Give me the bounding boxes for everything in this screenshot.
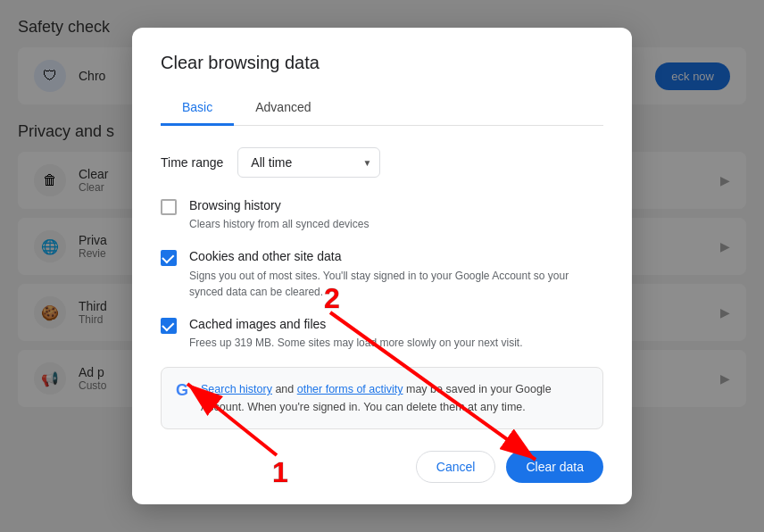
dialog-actions: Cancel Clear data (161, 451, 603, 483)
cached-text: Cached images and files Frees up 319 MB.… (189, 316, 522, 352)
google-g-letter: G (176, 381, 188, 400)
browsing-history-label: Browsing history (189, 197, 369, 215)
cached-checkbox[interactable] (161, 318, 177, 334)
clear-browsing-data-dialog: Clear browsing data Basic Advanced Time … (132, 28, 632, 505)
clear-data-button[interactable]: Clear data (506, 451, 603, 483)
cookies-sub: Signs you out of most sites. You'll stay… (189, 268, 603, 300)
dialog-title: Clear browsing data (161, 53, 603, 73)
cookies-item: Cookies and other site data Signs you ou… (161, 248, 603, 300)
tab-advanced[interactable]: Advanced (234, 91, 332, 126)
cookies-label: Cookies and other site data (189, 248, 603, 266)
browsing-history-item: Browsing history Clears history from all… (161, 197, 603, 233)
modal-overlay: Clear browsing data Basic Advanced Time … (0, 0, 764, 532)
cookies-checkbox[interactable] (161, 250, 177, 266)
dialog-tabs: Basic Advanced (161, 91, 603, 126)
google-info-text: Search history and other forms of activi… (201, 380, 588, 416)
time-range-select[interactable]: All time Last hour Last 24 hours Last 7 … (237, 147, 380, 178)
and-text: and (272, 383, 297, 395)
google-info-box: G Search history and other forms of acti… (161, 367, 603, 429)
cached-item: Cached images and files Frees up 319 MB.… (161, 316, 603, 352)
search-history-link[interactable]: Search history (201, 383, 272, 395)
time-range-row: Time range All time Last hour Last 24 ho… (161, 147, 603, 178)
time-range-select-wrapper[interactable]: All time Last hour Last 24 hours Last 7 … (237, 147, 380, 178)
browsing-history-sub: Clears history from all synced devices (189, 216, 369, 232)
cached-sub: Frees up 319 MB. Some sites may load mor… (189, 335, 522, 351)
cached-label: Cached images and files (189, 316, 522, 334)
browsing-history-text: Browsing history Clears history from all… (189, 197, 369, 233)
browsing-history-checkbox[interactable] (161, 199, 177, 215)
cookies-text: Cookies and other site data Signs you ou… (189, 248, 603, 300)
tab-basic[interactable]: Basic (161, 91, 234, 126)
cancel-button[interactable]: Cancel (416, 451, 496, 483)
other-forms-link[interactable]: other forms of activity (297, 383, 403, 395)
time-range-label: Time range (161, 155, 223, 170)
